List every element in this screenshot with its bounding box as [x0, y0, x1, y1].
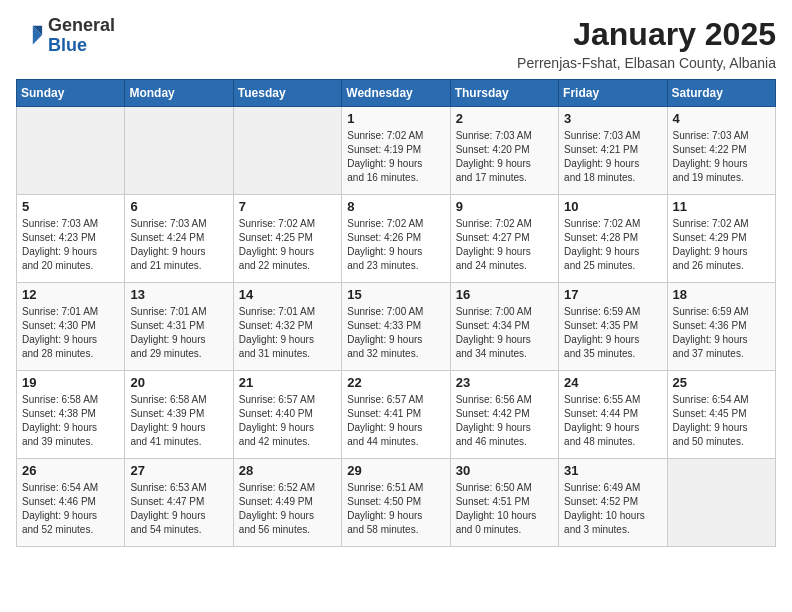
- col-friday: Friday: [559, 80, 667, 107]
- day-number: 3: [564, 111, 661, 126]
- day-info: Sunrise: 6:59 AM Sunset: 4:36 PM Dayligh…: [673, 305, 770, 361]
- calendar-cell: [233, 107, 341, 195]
- week-row-3: 12Sunrise: 7:01 AM Sunset: 4:30 PM Dayli…: [17, 283, 776, 371]
- col-tuesday: Tuesday: [233, 80, 341, 107]
- calendar-cell: 22Sunrise: 6:57 AM Sunset: 4:41 PM Dayli…: [342, 371, 450, 459]
- calendar-cell: 14Sunrise: 7:01 AM Sunset: 4:32 PM Dayli…: [233, 283, 341, 371]
- day-number: 6: [130, 199, 227, 214]
- calendar-cell: [667, 459, 775, 547]
- day-info: Sunrise: 7:02 AM Sunset: 4:26 PM Dayligh…: [347, 217, 444, 273]
- calendar-cell: 11Sunrise: 7:02 AM Sunset: 4:29 PM Dayli…: [667, 195, 775, 283]
- day-number: 23: [456, 375, 553, 390]
- col-thursday: Thursday: [450, 80, 558, 107]
- day-number: 16: [456, 287, 553, 302]
- col-wednesday: Wednesday: [342, 80, 450, 107]
- day-number: 13: [130, 287, 227, 302]
- calendar-cell: 25Sunrise: 6:54 AM Sunset: 4:45 PM Dayli…: [667, 371, 775, 459]
- day-number: 9: [456, 199, 553, 214]
- day-info: Sunrise: 6:59 AM Sunset: 4:35 PM Dayligh…: [564, 305, 661, 361]
- calendar-cell: 5Sunrise: 7:03 AM Sunset: 4:23 PM Daylig…: [17, 195, 125, 283]
- day-number: 19: [22, 375, 119, 390]
- day-number: 30: [456, 463, 553, 478]
- day-number: 25: [673, 375, 770, 390]
- calendar-cell: 21Sunrise: 6:57 AM Sunset: 4:40 PM Dayli…: [233, 371, 341, 459]
- calendar-cell: 16Sunrise: 7:00 AM Sunset: 4:34 PM Dayli…: [450, 283, 558, 371]
- calendar-cell: 7Sunrise: 7:02 AM Sunset: 4:25 PM Daylig…: [233, 195, 341, 283]
- calendar-cell: 12Sunrise: 7:01 AM Sunset: 4:30 PM Dayli…: [17, 283, 125, 371]
- week-row-5: 26Sunrise: 6:54 AM Sunset: 4:46 PM Dayli…: [17, 459, 776, 547]
- day-number: 10: [564, 199, 661, 214]
- day-info: Sunrise: 7:00 AM Sunset: 4:33 PM Dayligh…: [347, 305, 444, 361]
- day-number: 4: [673, 111, 770, 126]
- day-info: Sunrise: 7:02 AM Sunset: 4:25 PM Dayligh…: [239, 217, 336, 273]
- day-info: Sunrise: 6:54 AM Sunset: 4:45 PM Dayligh…: [673, 393, 770, 449]
- col-sunday: Sunday: [17, 80, 125, 107]
- calendar-table: Sunday Monday Tuesday Wednesday Thursday…: [16, 79, 776, 547]
- day-number: 27: [130, 463, 227, 478]
- day-info: Sunrise: 7:01 AM Sunset: 4:31 PM Dayligh…: [130, 305, 227, 361]
- calendar-cell: 8Sunrise: 7:02 AM Sunset: 4:26 PM Daylig…: [342, 195, 450, 283]
- calendar-header-row: Sunday Monday Tuesday Wednesday Thursday…: [17, 80, 776, 107]
- day-number: 22: [347, 375, 444, 390]
- calendar-cell: 9Sunrise: 7:02 AM Sunset: 4:27 PM Daylig…: [450, 195, 558, 283]
- calendar-cell: 31Sunrise: 6:49 AM Sunset: 4:52 PM Dayli…: [559, 459, 667, 547]
- calendar-cell: 20Sunrise: 6:58 AM Sunset: 4:39 PM Dayli…: [125, 371, 233, 459]
- day-number: 20: [130, 375, 227, 390]
- day-number: 29: [347, 463, 444, 478]
- week-row-2: 5Sunrise: 7:03 AM Sunset: 4:23 PM Daylig…: [17, 195, 776, 283]
- logo: General Blue: [16, 16, 115, 56]
- day-number: 24: [564, 375, 661, 390]
- day-number: 15: [347, 287, 444, 302]
- calendar-cell: 13Sunrise: 7:01 AM Sunset: 4:31 PM Dayli…: [125, 283, 233, 371]
- calendar-cell: 30Sunrise: 6:50 AM Sunset: 4:51 PM Dayli…: [450, 459, 558, 547]
- logo-icon: [16, 22, 44, 50]
- day-info: Sunrise: 7:03 AM Sunset: 4:24 PM Dayligh…: [130, 217, 227, 273]
- col-monday: Monday: [125, 80, 233, 107]
- day-info: Sunrise: 7:03 AM Sunset: 4:21 PM Dayligh…: [564, 129, 661, 185]
- day-number: 28: [239, 463, 336, 478]
- day-number: 21: [239, 375, 336, 390]
- calendar-cell: 28Sunrise: 6:52 AM Sunset: 4:49 PM Dayli…: [233, 459, 341, 547]
- day-number: 14: [239, 287, 336, 302]
- day-info: Sunrise: 7:03 AM Sunset: 4:20 PM Dayligh…: [456, 129, 553, 185]
- day-info: Sunrise: 6:52 AM Sunset: 4:49 PM Dayligh…: [239, 481, 336, 537]
- calendar-cell: 19Sunrise: 6:58 AM Sunset: 4:38 PM Dayli…: [17, 371, 125, 459]
- week-row-1: 1Sunrise: 7:02 AM Sunset: 4:19 PM Daylig…: [17, 107, 776, 195]
- day-info: Sunrise: 7:01 AM Sunset: 4:30 PM Dayligh…: [22, 305, 119, 361]
- day-info: Sunrise: 7:02 AM Sunset: 4:27 PM Dayligh…: [456, 217, 553, 273]
- day-info: Sunrise: 6:58 AM Sunset: 4:38 PM Dayligh…: [22, 393, 119, 449]
- day-info: Sunrise: 7:00 AM Sunset: 4:34 PM Dayligh…: [456, 305, 553, 361]
- calendar-cell: 4Sunrise: 7:03 AM Sunset: 4:22 PM Daylig…: [667, 107, 775, 195]
- calendar-cell: 3Sunrise: 7:03 AM Sunset: 4:21 PM Daylig…: [559, 107, 667, 195]
- day-number: 8: [347, 199, 444, 214]
- day-info: Sunrise: 6:56 AM Sunset: 4:42 PM Dayligh…: [456, 393, 553, 449]
- day-info: Sunrise: 6:57 AM Sunset: 4:40 PM Dayligh…: [239, 393, 336, 449]
- calendar-cell: 23Sunrise: 6:56 AM Sunset: 4:42 PM Dayli…: [450, 371, 558, 459]
- logo-text: General Blue: [48, 16, 115, 56]
- day-info: Sunrise: 6:49 AM Sunset: 4:52 PM Dayligh…: [564, 481, 661, 537]
- day-info: Sunrise: 6:51 AM Sunset: 4:50 PM Dayligh…: [347, 481, 444, 537]
- title-block: January 2025 Perrenjas-Fshat, Elbasan Co…: [517, 16, 776, 71]
- month-year-title: January 2025: [517, 16, 776, 53]
- day-number: 12: [22, 287, 119, 302]
- day-number: 17: [564, 287, 661, 302]
- calendar-cell: 15Sunrise: 7:00 AM Sunset: 4:33 PM Dayli…: [342, 283, 450, 371]
- day-number: 2: [456, 111, 553, 126]
- calendar-cell: [17, 107, 125, 195]
- day-info: Sunrise: 6:53 AM Sunset: 4:47 PM Dayligh…: [130, 481, 227, 537]
- day-number: 7: [239, 199, 336, 214]
- calendar-cell: 6Sunrise: 7:03 AM Sunset: 4:24 PM Daylig…: [125, 195, 233, 283]
- day-info: Sunrise: 6:50 AM Sunset: 4:51 PM Dayligh…: [456, 481, 553, 537]
- calendar-cell: 10Sunrise: 7:02 AM Sunset: 4:28 PM Dayli…: [559, 195, 667, 283]
- calendar-cell: 1Sunrise: 7:02 AM Sunset: 4:19 PM Daylig…: [342, 107, 450, 195]
- page-header: General Blue January 2025 Perrenjas-Fsha…: [16, 16, 776, 71]
- location-subtitle: Perrenjas-Fshat, Elbasan County, Albania: [517, 55, 776, 71]
- calendar-cell: 27Sunrise: 6:53 AM Sunset: 4:47 PM Dayli…: [125, 459, 233, 547]
- calendar-cell: 24Sunrise: 6:55 AM Sunset: 4:44 PM Dayli…: [559, 371, 667, 459]
- day-number: 11: [673, 199, 770, 214]
- day-info: Sunrise: 7:01 AM Sunset: 4:32 PM Dayligh…: [239, 305, 336, 361]
- day-info: Sunrise: 7:03 AM Sunset: 4:22 PM Dayligh…: [673, 129, 770, 185]
- day-number: 31: [564, 463, 661, 478]
- day-number: 5: [22, 199, 119, 214]
- calendar-cell: 29Sunrise: 6:51 AM Sunset: 4:50 PM Dayli…: [342, 459, 450, 547]
